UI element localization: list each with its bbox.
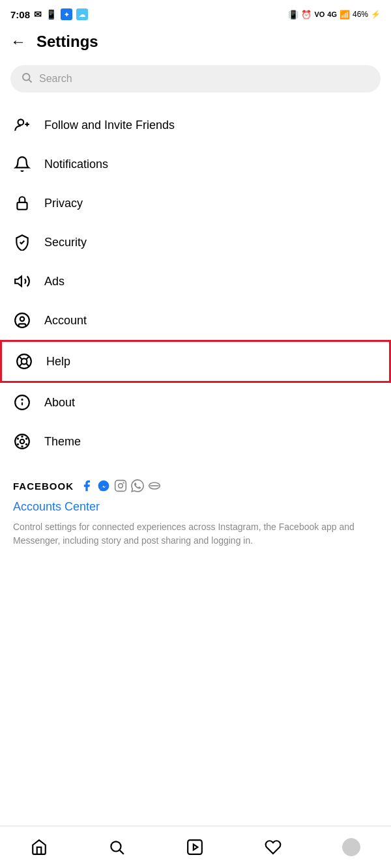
instagram-icon bbox=[114, 479, 127, 492]
account-label: Account bbox=[44, 314, 87, 328]
privacy-icon bbox=[13, 194, 31, 212]
4g-icon: 4G bbox=[327, 10, 337, 18]
svg-point-25 bbox=[21, 445, 23, 447]
reels-icon bbox=[186, 839, 203, 856]
svg-line-1 bbox=[29, 79, 31, 82]
svg-point-10 bbox=[22, 359, 27, 365]
battery-icon: 46% bbox=[353, 10, 368, 19]
ads-icon bbox=[13, 272, 31, 290]
status-right-icons: 📳 ⏰ VO 4G 📶 46% ⚡ bbox=[288, 10, 381, 20]
facebook-header: FACEBOOK bbox=[13, 479, 378, 492]
svg-point-23 bbox=[25, 443, 27, 445]
profile-avatar bbox=[342, 838, 360, 856]
facebook-label: FACEBOOK bbox=[13, 481, 74, 492]
security-icon bbox=[13, 233, 31, 251]
status-time: 7:08 ✉ 📱 ✦ ☁ bbox=[10, 8, 88, 20]
menu-list: Follow and Invite Friends Notifications … bbox=[0, 100, 391, 466]
follow-icon bbox=[13, 116, 31, 134]
menu-item-privacy[interactable]: Privacy bbox=[0, 184, 391, 223]
facebook-icon bbox=[80, 479, 93, 492]
menu-item-ads[interactable]: Ads bbox=[0, 262, 391, 301]
signal-icon: 📶 bbox=[340, 10, 350, 20]
accounts-center-description: Control settings for connected experienc… bbox=[13, 520, 378, 548]
nav-likes[interactable] bbox=[259, 833, 287, 861]
svg-point-28 bbox=[123, 483, 124, 483]
blue-icon-1: ✦ bbox=[61, 8, 72, 20]
search-nav-icon bbox=[108, 839, 125, 856]
svg-point-31 bbox=[111, 841, 121, 851]
svg-line-14 bbox=[19, 363, 22, 367]
svg-point-0 bbox=[23, 74, 30, 81]
volte-icon: VO bbox=[314, 10, 325, 18]
svg-line-13 bbox=[26, 356, 29, 359]
home-icon bbox=[31, 839, 48, 856]
back-button[interactable]: ← bbox=[10, 33, 26, 51]
whatsapp-icon bbox=[131, 479, 144, 492]
svg-marker-6 bbox=[15, 276, 22, 286]
svg-point-24 bbox=[21, 436, 23, 438]
theme-icon bbox=[13, 432, 31, 451]
notifications-label: Notifications bbox=[44, 158, 108, 171]
charging-icon: ⚡ bbox=[371, 10, 381, 19]
whatsapp-icon: 📱 bbox=[46, 9, 57, 20]
fb-social-icons bbox=[80, 479, 161, 492]
header: ← Settings bbox=[0, 26, 391, 57]
search-icon bbox=[21, 72, 33, 86]
svg-point-2 bbox=[18, 119, 24, 125]
svg-point-20 bbox=[17, 438, 19, 440]
notification-icon bbox=[13, 155, 31, 173]
menu-item-security[interactable]: Security bbox=[0, 223, 391, 262]
alarm-icon: ⏰ bbox=[301, 10, 311, 20]
messenger-icon bbox=[97, 479, 110, 492]
menu-item-help[interactable]: Help bbox=[0, 340, 391, 383]
svg-point-22 bbox=[17, 443, 19, 445]
svg-line-32 bbox=[120, 850, 124, 854]
accounts-center-link[interactable]: Accounts Center bbox=[13, 500, 378, 514]
help-icon bbox=[15, 352, 33, 371]
svg-rect-33 bbox=[188, 840, 202, 854]
svg-marker-34 bbox=[194, 845, 198, 850]
menu-item-account[interactable]: Account bbox=[0, 301, 391, 340]
threads-icon bbox=[148, 479, 161, 492]
svg-point-8 bbox=[20, 317, 25, 322]
svg-rect-26 bbox=[115, 481, 126, 492]
menu-item-theme[interactable]: Theme bbox=[0, 422, 391, 461]
heart-icon bbox=[265, 839, 282, 856]
search-container: Search bbox=[0, 57, 391, 100]
facebook-section: FACEBOOK bbox=[0, 466, 391, 553]
account-icon bbox=[13, 311, 31, 329]
privacy-label: Privacy bbox=[44, 197, 83, 210]
svg-line-11 bbox=[19, 356, 22, 359]
menu-item-about[interactable]: About bbox=[0, 383, 391, 422]
security-label: Security bbox=[44, 236, 87, 249]
bottom-nav bbox=[0, 826, 391, 868]
menu-item-notifications[interactable]: Notifications bbox=[0, 145, 391, 184]
svg-point-27 bbox=[119, 484, 123, 488]
menu-item-follow[interactable]: Follow and Invite Friends bbox=[0, 105, 391, 145]
blue-icon-2: ☁ bbox=[76, 8, 88, 20]
search-placeholder: Search bbox=[39, 73, 72, 85]
nav-reels[interactable] bbox=[181, 833, 209, 861]
nav-search[interactable] bbox=[103, 833, 130, 861]
theme-label: Theme bbox=[44, 435, 81, 449]
ads-label: Ads bbox=[44, 275, 65, 288]
nav-home[interactable] bbox=[25, 833, 53, 861]
svg-rect-5 bbox=[17, 203, 27, 210]
about-label: About bbox=[44, 396, 75, 410]
svg-point-21 bbox=[25, 438, 27, 440]
status-bar: 7:08 ✉ 📱 ✦ ☁ 📳 ⏰ VO 4G 📶 46% ⚡ bbox=[0, 0, 391, 26]
svg-line-12 bbox=[26, 363, 29, 367]
nav-profile[interactable] bbox=[337, 833, 366, 861]
svg-point-19 bbox=[20, 440, 25, 444]
vibrate-icon: 📳 bbox=[288, 10, 298, 20]
search-bar[interactable]: Search bbox=[10, 65, 381, 92]
follow-label: Follow and Invite Friends bbox=[44, 119, 175, 132]
about-icon bbox=[13, 393, 31, 412]
help-label: Help bbox=[46, 355, 70, 369]
gmail-icon: ✉ bbox=[34, 9, 42, 20]
page-title: Settings bbox=[36, 33, 98, 51]
